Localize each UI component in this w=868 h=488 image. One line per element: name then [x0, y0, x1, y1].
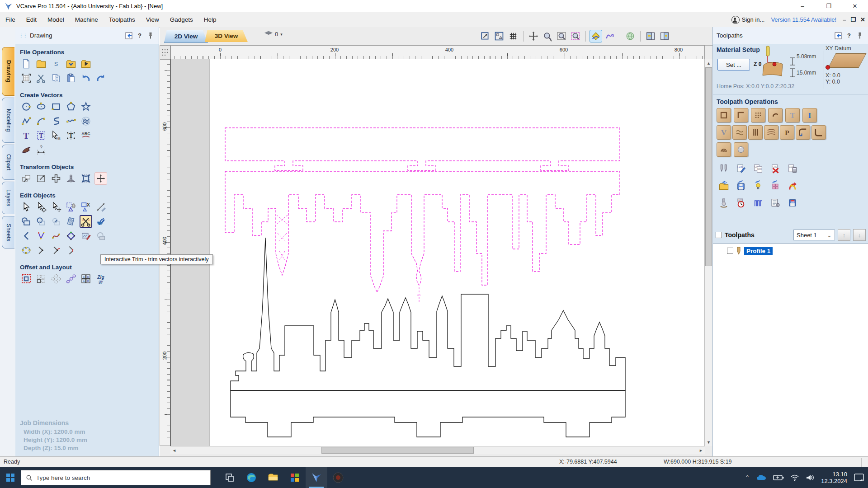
close-vector-icon[interactable] [65, 230, 77, 242]
volume-icon[interactable] [806, 474, 815, 481]
tab-clipart[interactable]: Clipart [2, 145, 14, 180]
layer-visibility-dropdown[interactable]: 0 ▾ [264, 31, 283, 38]
scroll-left-arrow[interactable]: ◄ [170, 446, 178, 454]
job-setup-icon[interactable] [20, 72, 33, 84]
toolpath-list-item[interactable]: Profile 1 [713, 244, 868, 255]
start-button[interactable] [0, 467, 21, 488]
extend-vectors-icon[interactable] [94, 230, 107, 242]
draw-polyline-icon[interactable] [20, 115, 33, 127]
save-toolpath-template-icon[interactable] [751, 178, 765, 193]
save-toolpath-icon[interactable] [734, 178, 748, 193]
edit-picture-icon[interactable] [80, 230, 92, 242]
close-button[interactable]: ✕ [842, 0, 868, 12]
align-selection-icon[interactable] [94, 172, 107, 185]
edit-text-icon[interactable]: AB [50, 129, 62, 142]
app-dark-circle-taskbar-icon[interactable] [327, 467, 349, 488]
zoom-to-fit-icon[interactable] [479, 30, 491, 42]
join-open-vectors-icon[interactable] [35, 244, 47, 257]
merge-toolpaths-icon[interactable]: G01G00 [751, 161, 765, 176]
copy-along-vector-icon[interactable] [65, 272, 77, 285]
rough-machining-icon[interactable] [717, 142, 731, 157]
material-set-button[interactable]: Set ... [717, 59, 750, 70]
move-toolpath-down-button[interactable]: ↓ [853, 229, 866, 241]
text-on-curve-icon[interactable]: ABC [80, 129, 92, 142]
copy-icon[interactable] [50, 72, 62, 84]
scroll-right-arrow[interactable]: ► [697, 446, 705, 454]
prism-carving-icon[interactable]: P [780, 125, 794, 140]
tab-3d-view[interactable]: 3D View [205, 30, 248, 42]
vector-texture-icon[interactable] [20, 144, 33, 156]
toolpath-time-icon[interactable]: G00 [734, 196, 748, 210]
join-with-line-icon[interactable] [50, 244, 62, 257]
cut-icon[interactable] [35, 72, 47, 84]
create-zigzag-icon[interactable]: Ziggy [94, 272, 107, 285]
menu-help[interactable]: Help [198, 16, 222, 23]
pin-icon[interactable] [146, 31, 155, 40]
scroll-up-arrow[interactable]: ▲ [705, 59, 712, 67]
move-selection-icon[interactable] [20, 172, 33, 185]
skyline-outline[interactable] [231, 238, 625, 390]
node-edit-icon[interactable] [35, 201, 47, 213]
zoom-selected-icon[interactable] [569, 30, 582, 42]
estimate-machining-time-icon[interactable]: G00 [785, 161, 800, 176]
edge-taskbar-icon[interactable] [241, 467, 262, 488]
draw-text-icon[interactable]: T [20, 129, 33, 142]
help-icon[interactable]: ? [844, 31, 854, 40]
draw-star-icon[interactable] [80, 100, 92, 113]
tab-2d-view[interactable]: 2D View [164, 30, 208, 43]
join-with-curve-icon[interactable] [65, 244, 77, 257]
ungroup-icon[interactable]: X [80, 201, 92, 213]
tab-modeling[interactable]: Modeling [2, 98, 14, 143]
task-view-button[interactable] [219, 467, 241, 488]
texture-toolpath-icon[interactable] [732, 125, 747, 140]
grain-toolpath-icon[interactable] [764, 125, 778, 140]
menu-toolpaths[interactable]: Toolpaths [104, 16, 141, 23]
paste-icon[interactable] [65, 72, 77, 84]
version-update-link[interactable]: Version 11.554 Available! [771, 16, 836, 23]
notification-center-icon[interactable] [854, 473, 864, 483]
3d-preview-icon[interactable] [624, 30, 637, 42]
horizontal-scrollbar[interactable]: ◄ ► [170, 446, 705, 454]
battery-icon[interactable] [773, 474, 784, 481]
convert-to-curves-icon[interactable] [20, 244, 33, 257]
dimension-icon[interactable]: ? [35, 144, 47, 156]
scroll-down-arrow[interactable]: ▼ [705, 438, 712, 446]
window-layout-single-icon[interactable] [644, 30, 657, 42]
draw-ellipse-icon[interactable] [35, 100, 47, 113]
profile-toolpath-icon[interactable] [717, 108, 731, 122]
file-explorer-taskbar-icon[interactable] [262, 467, 284, 488]
move-toolpath-up-button[interactable]: ↑ [838, 229, 850, 241]
drawing-canvas[interactable] [170, 59, 705, 446]
quick-engrave-icon[interactable] [768, 108, 783, 122]
open-file-icon[interactable] [35, 57, 47, 70]
selected-lattice-detail[interactable] [277, 215, 421, 303]
toolpath-list[interactable]: Profile 1 [713, 244, 868, 456]
menu-model[interactable]: Model [42, 16, 70, 23]
skyline-base[interactable] [231, 390, 625, 437]
save-file-icon[interactable]: S [50, 57, 62, 70]
clock[interactable]: 13.10 12.3.2024 [821, 471, 847, 484]
dock-panel-icon[interactable] [834, 31, 843, 40]
title-bar[interactable]: VCarve Pro 11.504 - {Aalto University - … [0, 0, 868, 13]
tray-chevron-icon[interactable]: ⌃ [745, 474, 750, 481]
save-all-toolpaths-icon[interactable] [717, 178, 731, 193]
sheet-select[interactable]: Sheet 1 ⌄ [793, 230, 835, 240]
measure-icon[interactable] [94, 201, 107, 213]
preview-toolpath-icon[interactable] [717, 196, 731, 210]
fluting-toolpath-icon[interactable] [748, 125, 763, 140]
finish-machining-icon[interactable] [734, 142, 748, 157]
restore-button[interactable]: ❐ [816, 0, 842, 12]
toolpath-item-name[interactable]: Profile 1 [744, 247, 773, 255]
redo-icon[interactable] [94, 72, 107, 84]
draw-polygon-icon[interactable] [65, 100, 77, 113]
subtract-vectors-icon[interactable] [35, 215, 47, 228]
delete-toolpath-icon[interactable]: G00 [768, 161, 783, 176]
toolpath-tiling-icon[interactable] [768, 178, 783, 193]
interactive-trim-icon[interactable] [80, 215, 92, 228]
menu-view[interactable]: View [141, 16, 165, 23]
draw-circle-icon[interactable] [20, 100, 33, 113]
weld-vectors-icon[interactable] [20, 215, 33, 228]
clear-inside-icon[interactable] [65, 215, 77, 228]
circular-copy-icon[interactable] [50, 272, 62, 285]
horizontal-scroll-thumb[interactable] [321, 447, 474, 454]
